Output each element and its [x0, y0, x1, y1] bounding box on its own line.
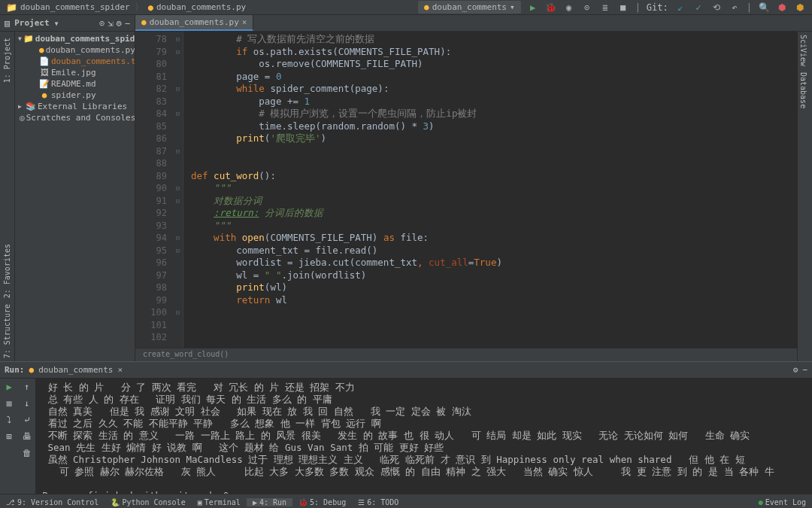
- git-revert-icon[interactable]: ↶: [729, 2, 741, 14]
- git-update-icon[interactable]: ↙: [674, 2, 686, 14]
- trash-icon[interactable]: 🗑: [23, 448, 32, 458]
- line-gutter: 7879808182838485868788899091929394959697…: [135, 32, 173, 361]
- folder-icon: 📁: [6, 2, 17, 13]
- main: 1: Project 2: Favorites 7: Structure ▼ 📁…: [0, 32, 812, 361]
- run-tab[interactable]: douban_comments: [38, 365, 113, 375]
- tree-root[interactable]: ▼ 📁 douban_comments_spider: [15, 33, 135, 44]
- project-header: ▤ Project ▾ ⊙ ⇲ ⚙ −: [0, 15, 135, 31]
- separator: |: [747, 2, 752, 13]
- up-icon[interactable]: ↑: [24, 382, 29, 392]
- bottombar-item[interactable]: ⎇9: Version Control: [0, 498, 105, 506]
- tool-icon: 🐞: [298, 498, 308, 506]
- coverage-icon[interactable]: ◉: [563, 2, 575, 14]
- breadcrumb-file[interactable]: douban_comments.py: [156, 2, 246, 12]
- hide-icon[interactable]: −: [125, 18, 130, 29]
- python-icon: ●: [424, 2, 429, 12]
- project-sidebar: ▼ 📁 douban_comments_spider ●douban_comme…: [15, 32, 135, 361]
- exit-icon[interactable]: ⤵: [7, 415, 11, 425]
- tool-project[interactable]: 1: Project: [3, 35, 11, 86]
- tool-icon: 🐍: [111, 498, 120, 506]
- bottombar-item[interactable]: ▶4: Run: [247, 498, 292, 506]
- breadcrumb-bottom[interactable]: create_word_cloud(): [135, 348, 797, 361]
- tree-file[interactable]: ●spider.py: [15, 90, 135, 101]
- tool-icon: ▶: [253, 498, 257, 506]
- left-tool-strip: 1: Project 2: Favorites 7: Structure: [0, 32, 15, 361]
- run-panel: Run: ● douban_comments × ⚙ − ▶ ■ ⤵ ⊞ ↑ ↓…: [0, 361, 812, 494]
- close-icon[interactable]: ×: [242, 17, 247, 27]
- expand-icon[interactable]: ⇲: [108, 18, 113, 29]
- gear-icon[interactable]: ⚙: [793, 365, 798, 375]
- txt-icon: 📄: [39, 56, 50, 66]
- tree-scratches[interactable]: ◎ Scratches and Consoles: [15, 112, 135, 123]
- tree-external-libs[interactable]: ▶ 📚 External Libraries: [15, 101, 135, 112]
- scratches-icon: ◎: [20, 113, 25, 123]
- chevron-down-icon[interactable]: ▾: [54, 18, 59, 29]
- right-tool-strip: SciView Database: [797, 32, 812, 361]
- bottombar-item[interactable]: 🐞5: Debug: [292, 498, 352, 506]
- tree-file[interactable]: ●douban_comments.py: [15, 44, 135, 56]
- debug-icon[interactable]: 🐞: [545, 2, 557, 14]
- update-badge-icon[interactable]: ⬢: [776, 2, 788, 14]
- navbar: 📁 douban_comments_spider 〉 ● douban_comm…: [0, 0, 812, 15]
- expand-arrow-icon[interactable]: ▶: [18, 103, 24, 110]
- ide-badge-icon[interactable]: ⬢: [794, 2, 806, 14]
- down-icon[interactable]: ↓: [24, 398, 29, 409]
- stop-icon[interactable]: ■: [617, 2, 629, 14]
- tree-file[interactable]: 🖼Emile.jpg: [15, 67, 135, 78]
- jpg-icon: 🖼: [39, 68, 50, 78]
- tab-label: douban_comments.py: [150, 17, 239, 27]
- gear-icon[interactable]: ⚙: [117, 18, 122, 29]
- chevron-right-icon: 〉: [135, 1, 144, 14]
- git-commit-icon[interactable]: ✓: [692, 2, 704, 14]
- bottombar-item[interactable]: ☰6: TODO: [352, 498, 404, 506]
- hide-icon[interactable]: −: [802, 365, 807, 375]
- breadcrumb-root[interactable]: douban_comments_spider: [20, 2, 130, 12]
- rerun-icon[interactable]: ▶: [6, 382, 11, 392]
- tool-icon: ☰: [358, 498, 365, 506]
- tree-file[interactable]: 📝README.md: [15, 78, 135, 90]
- chevron-down-icon: ▾: [510, 2, 515, 12]
- collapse-icon[interactable]: ⊙: [99, 18, 105, 29]
- secondbar: ▤ Project ▾ ⊙ ⇲ ⚙ − ● douban_comments.py…: [0, 15, 812, 32]
- code-editor[interactable]: # 写入数据前先清空之前的数据 if os.path.exists(COMMEN…: [183, 32, 797, 361]
- profile-icon[interactable]: ⊙: [581, 2, 593, 14]
- project-tree: ▼ 📁 douban_comments_spider ●douban_comme…: [15, 32, 135, 125]
- project-title[interactable]: Project: [14, 18, 49, 28]
- library-icon: 📚: [26, 102, 36, 111]
- balloon-icon: ●: [759, 498, 763, 506]
- editor-tabs: ● douban_comments.py ×: [135, 15, 253, 31]
- event-log[interactable]: ● Event Log: [753, 498, 812, 506]
- python-icon: ●: [29, 365, 35, 375]
- tree-file[interactable]: 📄douban_comments.txt: [15, 56, 135, 67]
- run-toolbar-1: ▶ ■ ⤵ ⊞: [0, 379, 18, 494]
- git-history-icon[interactable]: ⟲: [710, 2, 723, 14]
- tool-structure[interactable]: 7: Structure: [3, 301, 11, 361]
- tool-icon: ▣: [198, 498, 202, 506]
- tool-sciview[interactable]: SciView: [798, 32, 809, 69]
- stop-icon[interactable]: ■: [6, 398, 11, 409]
- run-header: Run: ● douban_comments × ⚙ −: [0, 362, 812, 379]
- bottombar-item[interactable]: 🐍Python Console: [105, 498, 191, 506]
- run-icon[interactable]: ▶: [527, 2, 539, 14]
- layout-icon[interactable]: ⊞: [6, 431, 11, 442]
- tool-favorites[interactable]: 2: Favorites: [3, 241, 11, 301]
- bottombar: ⎇9: Version Control🐍Python Console▣Termi…: [0, 494, 812, 508]
- md-icon: 📝: [39, 79, 50, 89]
- run-toolbar-2: ↑ ↓ ⤶ 🖶 🗑: [18, 379, 36, 494]
- breadcrumb: 📁 douban_comments_spider 〉 ● douban_comm…: [6, 1, 246, 14]
- print-icon[interactable]: 🖶: [23, 431, 32, 442]
- console-output[interactable]: 好 长 的 片 分 了 两次 看完 对 冗长 的 片 还是 招架 不力 总 有些…: [36, 379, 812, 494]
- navbar-toolbar: ● douban_comments ▾ ▶ 🐞 ◉ ⊙ ≣ ■ | Git: ↙…: [418, 1, 806, 14]
- wrap-icon[interactable]: ⤶: [23, 415, 31, 425]
- search-icon[interactable]: 🔍: [758, 2, 770, 14]
- python-icon: ●: [141, 17, 147, 27]
- concurrency-icon[interactable]: ≣: [599, 2, 611, 14]
- run-body: ▶ ■ ⤵ ⊞ ↑ ↓ ⤶ 🖶 🗑 好 长 的 片 分 了 两次 看完 对 冗长…: [0, 379, 812, 494]
- close-icon[interactable]: ×: [117, 365, 123, 375]
- editor-tab[interactable]: ● douban_comments.py ×: [135, 15, 253, 31]
- expand-arrow-icon[interactable]: ▼: [18, 35, 22, 42]
- run-config-selector[interactable]: ● douban_comments ▾: [418, 1, 521, 14]
- tool-database[interactable]: Database: [798, 69, 809, 111]
- bottombar-item[interactable]: ▣Terminal: [192, 498, 247, 506]
- git-label: Git:: [647, 2, 668, 13]
